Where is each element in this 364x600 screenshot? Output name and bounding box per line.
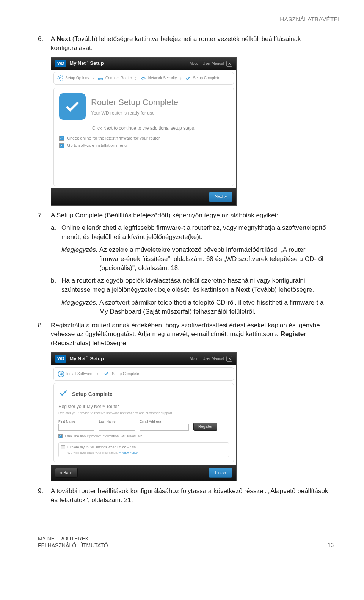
checkbox-icon[interactable] [61, 445, 65, 449]
chevron-right-icon: › [95, 370, 100, 378]
checkbox-icon[interactable] [59, 143, 64, 148]
first-name-input[interactable] [58, 424, 94, 431]
checkbox-software[interactable]: Go to software installation menu [59, 143, 228, 148]
explore-box: Explore my router settings when I click … [58, 442, 229, 457]
step-number: 6. [38, 35, 51, 53]
crumb-setup-options[interactable]: Setup Options [57, 75, 89, 82]
substep-letter: a. [51, 223, 61, 242]
breadcrumb: ◉ Install Software › Setup Complete [53, 367, 234, 381]
check-tile-icon [59, 93, 86, 120]
crumb-setup-complete[interactable]: Setup Complete [185, 75, 220, 82]
checkbox-email-me[interactable]: Email me about product information, WD N… [58, 434, 229, 439]
email-input[interactable] [140, 424, 189, 431]
text: My Net [69, 61, 86, 66]
check-icon [185, 75, 191, 82]
crumb-connect-router[interactable]: Connect Router [97, 75, 132, 82]
click-next-text: Click Next to continue to the additional… [59, 125, 228, 132]
privacy-link[interactable]: Privacy Policy [119, 451, 138, 454]
footer-subtitle: FELHASZNÁLÓI ÚTMUTATÓ [38, 542, 108, 549]
step-body: A Next (Tovább) lehetőségre kattintva be… [51, 35, 334, 53]
complete-subtitle: Your WD router is ready for use. [91, 110, 178, 116]
register-button[interactable]: Register [193, 423, 217, 431]
checkbox-label: Go to software installation menu [67, 143, 127, 148]
step-body: A további router beállítások konfigurálá… [51, 487, 334, 505]
close-icon[interactable]: ✕ [226, 356, 232, 362]
text: ™ [86, 60, 89, 64]
svg-point-2 [99, 79, 100, 80]
substep-body: Online ellenőrizheti a legfrissebb firmw… [61, 223, 334, 242]
close-icon[interactable]: ✕ [226, 61, 232, 67]
chevron-right-icon: › [178, 75, 183, 82]
text: ™ [86, 356, 89, 359]
step-8: 8. Regisztrálja a routert annak érdekébe… [38, 321, 334, 348]
crumb-label: Install Software [66, 371, 92, 377]
wd-logo: WD [55, 355, 66, 362]
explore-desc: WD will never share your information. Pr… [67, 451, 226, 455]
wifi-icon [140, 75, 147, 82]
step-7: 7. A Setup Complete (Beállítás befejeződ… [38, 211, 334, 316]
window-title: My Net™ Setup [69, 60, 104, 67]
chevron-right-icon: › [133, 75, 138, 82]
router-icon [97, 75, 104, 82]
setup-complete-title: Setup Complete [72, 391, 113, 398]
step-9: 9. A további router beállítások konfigur… [38, 487, 334, 505]
checkbox-explore[interactable]: Explore my router settings when I click … [61, 445, 226, 450]
step-number: 9. [38, 487, 51, 505]
cd-icon: ◉ [58, 371, 64, 377]
window-titlebar: WD My Net™ Setup About | User Manual ✕ [51, 58, 236, 70]
step-number: 8. [38, 321, 51, 348]
register-form: First Name Last Name Email Address Regis… [58, 419, 229, 431]
finish-button[interactable]: Finish [209, 468, 232, 478]
back-button[interactable]: « Back [55, 468, 78, 478]
field-label: Email Address [140, 419, 189, 424]
checkbox-firmware[interactable]: Check online for the latest firmware for… [59, 135, 228, 141]
bold-register: Register [281, 330, 306, 338]
note: Megjegyzés: A szoftvert bármikor telepít… [61, 298, 334, 316]
checkbox-label: Explore my router settings when I click … [67, 445, 137, 450]
section-header: HASZNÁLATBAVÉTEL [38, 15, 341, 23]
field-label: Last Name [99, 419, 135, 424]
text: Setup [89, 356, 104, 361]
gear-icon [57, 75, 64, 82]
crumb-label: Setup Options [65, 75, 89, 81]
first-name-field: First Name [58, 419, 94, 431]
screenshot-register: WD My Net™ Setup About | User Manual ✕ ◉… [51, 352, 237, 482]
crumb-network-security[interactable]: Network Security [140, 75, 177, 82]
check-icon [103, 370, 110, 378]
crumb-setup-complete[interactable]: Setup Complete [103, 370, 139, 378]
step-6: 6. A Next (Tovább) lehetőségre kattintva… [38, 35, 334, 53]
last-name-input[interactable] [99, 424, 135, 431]
page-number: 13 [328, 542, 334, 549]
crumb-label: Network Security [148, 75, 177, 81]
text: (Tovább) lehetőségre. [250, 286, 314, 293]
last-name-field: Last Name [99, 419, 135, 431]
text: (Tovább) lehetőségre kattintva befejezhe… [51, 35, 301, 52]
about-link[interactable]: About | User Manual [190, 356, 224, 361]
note-label: Megjegyzés: [61, 298, 99, 316]
panel-register: Setup Complete Register your My Net™ rou… [53, 383, 234, 462]
checkbox-icon[interactable] [59, 136, 64, 141]
note-body: A szoftvert bármikor telepítheti a telep… [99, 298, 334, 316]
step-number: 7. [38, 211, 51, 220]
bold-next: Next [236, 286, 250, 293]
checkbox-label: Check online for the latest firmware for… [67, 135, 160, 141]
svg-point-0 [60, 77, 61, 79]
window-titlebar: WD My Net™ Setup About | User Manual ✕ [51, 353, 236, 365]
text: My Net [69, 356, 86, 361]
text: WD will never share your information. [67, 451, 119, 454]
next-button[interactable]: Next » [209, 192, 232, 202]
substep-body: Ha a routert az egyéb opciók kiválasztás… [61, 276, 334, 294]
substep-letter: b. [51, 276, 61, 294]
text: A [51, 35, 56, 42]
note-label: Megjegyzés: [61, 245, 99, 272]
bold-next: Next [56, 35, 71, 42]
register-desc: Register your device to receive software… [58, 411, 229, 416]
crumb-install-software[interactable]: ◉ Install Software [58, 371, 92, 377]
checkbox-icon[interactable] [58, 434, 63, 438]
breadcrumb: Setup Options › Connect Router › Network… [53, 72, 234, 85]
crumb-label: Setup Complete [112, 371, 139, 377]
panel-setup-complete: Router Setup Complete Your WD router is … [53, 88, 234, 186]
text: Setup [89, 61, 104, 66]
about-link[interactable]: About | User Manual [190, 61, 224, 66]
step-body: A Setup Complete (Beállítás befejeződött… [51, 211, 334, 220]
